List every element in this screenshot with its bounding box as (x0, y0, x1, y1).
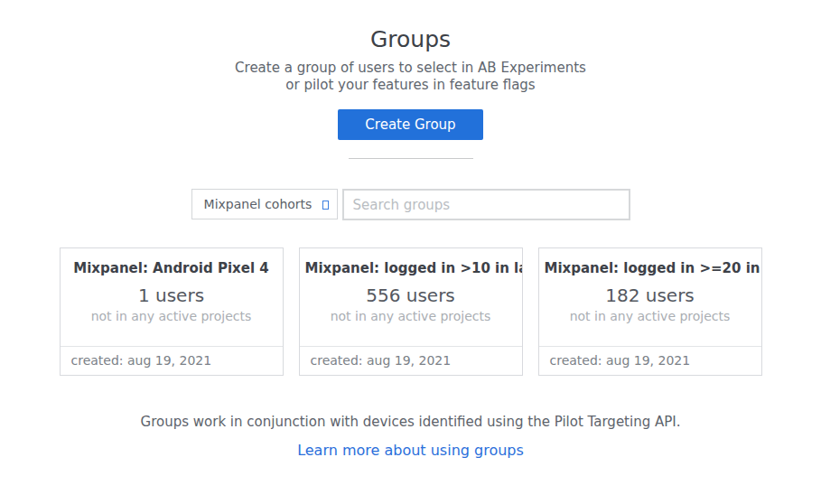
header-divider (349, 158, 473, 159)
page-title: Groups (0, 25, 821, 54)
group-card[interactable]: Mixpanel: Android Pixel 4 1 users not in… (60, 247, 284, 376)
group-card[interactable]: Mixpanel: logged in >=20 in last 30... 1… (538, 247, 762, 376)
group-card-body: Mixpanel: logged in >10 in last 30 ... 5… (300, 248, 522, 346)
group-created-date: created: aug 19, 2021 (300, 346, 522, 375)
group-name: Mixpanel: logged in >10 in last 30 ... (300, 260, 522, 276)
group-name: Mixpanel: Android Pixel 4 (61, 260, 283, 276)
group-card-body: Mixpanel: logged in >=20 in last 30... 1… (539, 248, 761, 346)
cohort-source-dropdown[interactable]: Mixpanel cohorts (191, 189, 338, 219)
group-project-status: not in any active projects (61, 309, 283, 323)
group-user-count: 556 users (300, 285, 522, 306)
create-group-button[interactable]: Create Group (338, 109, 482, 140)
group-created-date: created: aug 19, 2021 (539, 346, 761, 375)
groups-page: Groups Create a group of users to select… (0, 0, 821, 504)
group-project-status: not in any active projects (300, 309, 522, 323)
group-card-body: Mixpanel: Android Pixel 4 1 users not in… (61, 248, 283, 346)
dropdown-indicator-icon (322, 201, 329, 210)
group-project-status: not in any active projects (539, 309, 761, 323)
page-subtitle: Create a group of users to select in AB … (235, 60, 587, 94)
cohort-dropdown-value: Mixpanel cohorts (204, 197, 325, 211)
page-header: Groups Create a group of users to select… (0, 0, 821, 159)
group-user-count: 1 users (61, 285, 283, 306)
filter-controls: Mixpanel cohorts (0, 189, 821, 220)
group-name: Mixpanel: logged in >=20 in last 30... (539, 260, 761, 276)
group-user-count: 182 users (539, 285, 761, 306)
search-groups-input[interactable] (342, 189, 630, 220)
learn-more-link[interactable]: Learn more about using groups (297, 442, 524, 459)
group-cards-row: Mixpanel: Android Pixel 4 1 users not in… (0, 247, 821, 376)
footer-info-text: Groups work in conjunction with devices … (0, 414, 821, 430)
group-card[interactable]: Mixpanel: logged in >10 in last 30 ... 5… (299, 247, 523, 376)
group-created-date: created: aug 19, 2021 (61, 346, 283, 375)
